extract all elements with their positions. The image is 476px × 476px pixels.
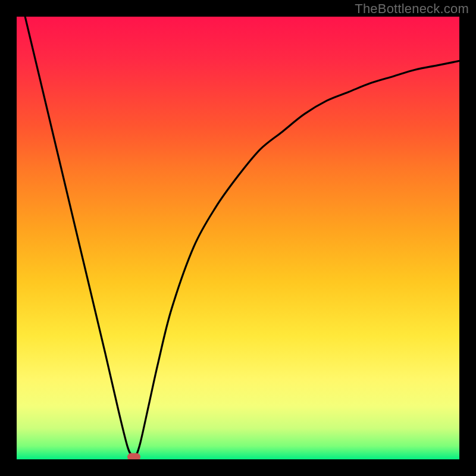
minimum-marker: [127, 453, 140, 459]
bottleneck-curve: [17, 17, 459, 456]
chart-frame: TheBottleneck.com: [0, 0, 476, 476]
plot-area: [17, 17, 459, 459]
curve-svg: [17, 17, 459, 459]
watermark-text: TheBottleneck.com: [355, 1, 469, 17]
